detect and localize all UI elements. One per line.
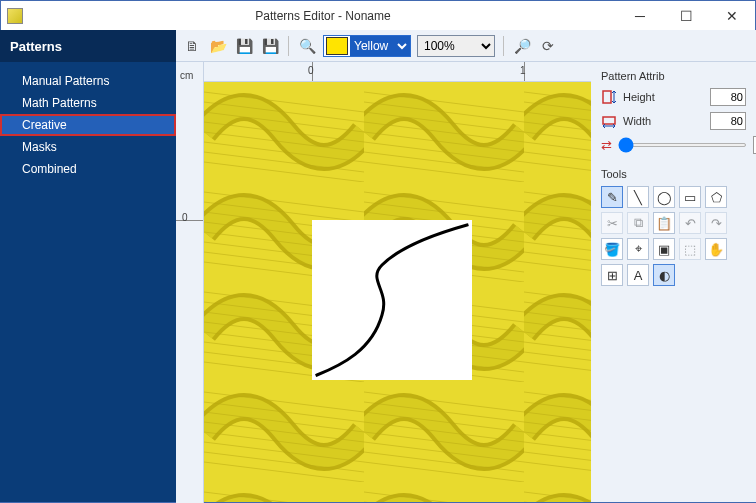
text-tool-icon[interactable]: A xyxy=(627,264,649,286)
height-input[interactable] xyxy=(710,88,746,106)
hand-tool-icon[interactable]: ✋ xyxy=(705,238,727,260)
save-icon[interactable]: 💾 xyxy=(234,36,254,56)
ellipse-tool-icon[interactable]: ◯ xyxy=(653,186,675,208)
export-tool-icon[interactable]: ⊞ xyxy=(601,264,623,286)
right-panel: Pattern Attrib Height Width ⇄ Tools ✎ ╲ … xyxy=(591,62,756,502)
offset-row: ⇄ xyxy=(601,136,746,154)
redo-tool-icon[interactable]: ↷ xyxy=(705,212,727,234)
sidebar-item-label: Manual Patterns xyxy=(22,74,109,88)
toolbar-separator xyxy=(503,36,504,56)
app-icon xyxy=(7,8,23,24)
ruler-units: cm xyxy=(180,70,193,81)
drawing-canvas[interactable] xyxy=(312,220,472,380)
sidebar-item-combined[interactable]: Combined xyxy=(0,158,176,180)
marquee-tool-icon[interactable]: ⬚ xyxy=(679,238,701,260)
color-swatch xyxy=(326,37,348,55)
width-row: Width xyxy=(601,112,746,130)
toolbar: 🗎 📂 💾 💾 🔍 Yellow 100% 🔎 ⟳ xyxy=(176,30,756,62)
close-button[interactable]: ✕ xyxy=(709,1,755,31)
maximize-button[interactable]: ☐ xyxy=(663,1,709,31)
color-select[interactable]: Yellow xyxy=(350,36,410,56)
line-tool-icon[interactable]: ╲ xyxy=(627,186,649,208)
svg-rect-10 xyxy=(603,91,611,103)
height-label: Height xyxy=(623,91,704,103)
zoom-tool-icon[interactable]: 🔍 xyxy=(297,36,317,56)
ruler-tick xyxy=(176,220,203,221)
cut-tool-icon[interactable]: ✂ xyxy=(601,212,623,234)
svg-rect-11 xyxy=(603,117,615,124)
polygon-tool-icon[interactable]: ⬠ xyxy=(705,186,727,208)
width-label: Width xyxy=(623,115,704,127)
selection-tool-icon[interactable]: ▣ xyxy=(653,238,675,260)
width-input[interactable] xyxy=(710,112,746,130)
sidebar-item-math-patterns[interactable]: Math Patterns xyxy=(0,92,176,114)
tools-title: Tools xyxy=(601,168,746,180)
minimize-button[interactable]: ─ xyxy=(617,1,663,31)
attributes-title: Pattern Attrib xyxy=(601,70,746,82)
sidebar-item-manual-patterns[interactable]: Manual Patterns xyxy=(0,70,176,92)
toolbar-separator xyxy=(288,36,289,56)
canvas-viewport[interactable] xyxy=(204,82,591,502)
title-bar: Patterns Editor - Noname ─ ☐ ✕ xyxy=(1,1,755,31)
copy-tool-icon[interactable]: ⧉ xyxy=(627,212,649,234)
pencil-tool-icon[interactable]: ✎ xyxy=(601,186,623,208)
sidebar-item-creative[interactable]: Creative xyxy=(0,114,176,136)
vertical-ruler: cm 0 xyxy=(176,62,204,503)
width-icon xyxy=(601,114,617,128)
sidebar-item-label: Math Patterns xyxy=(22,96,97,110)
sidebar-item-label: Combined xyxy=(22,162,77,176)
sidebar: Patterns Manual Patterns Math Patterns C… xyxy=(0,30,176,502)
sidebar-header: Patterns xyxy=(0,30,176,62)
eyedropper-tool-icon[interactable]: ⌖ xyxy=(627,238,649,260)
undo-tool-icon[interactable]: ↶ xyxy=(679,212,701,234)
open-file-icon[interactable]: 📂 xyxy=(208,36,228,56)
paste-tool-icon[interactable]: 📋 xyxy=(653,212,675,234)
contrast-tool-icon[interactable]: ◐ xyxy=(653,264,675,286)
new-file-icon[interactable]: 🗎 xyxy=(182,36,202,56)
color-picker[interactable]: Yellow xyxy=(323,35,411,57)
window-buttons: ─ ☐ ✕ xyxy=(617,1,755,31)
zoom-select[interactable]: 100% xyxy=(417,35,495,57)
preview-icon[interactable]: 🔎 xyxy=(512,36,532,56)
rectangle-tool-icon[interactable]: ▭ xyxy=(679,186,701,208)
offset-slider[interactable] xyxy=(618,143,747,147)
save-as-icon[interactable]: 💾 xyxy=(260,36,280,56)
height-icon xyxy=(601,90,617,104)
height-row: Height xyxy=(601,88,746,106)
offset-icon: ⇄ xyxy=(601,138,612,153)
sidebar-item-masks[interactable]: Masks xyxy=(0,136,176,158)
window-title: Patterns Editor - Noname xyxy=(29,9,617,23)
ruler-label: 0 xyxy=(182,212,188,223)
tool-grid: ✎ ╲ ◯ ▭ ⬠ ✂ ⧉ 📋 ↶ ↷ 🪣 ⌖ ▣ ⬚ ✋ ⊞ A ◐ xyxy=(601,186,746,286)
sidebar-item-label: Creative xyxy=(22,118,67,132)
refresh-icon[interactable]: ⟳ xyxy=(538,36,558,56)
sidebar-item-label: Masks xyxy=(22,140,57,154)
fill-tool-icon[interactable]: 🪣 xyxy=(601,238,623,260)
